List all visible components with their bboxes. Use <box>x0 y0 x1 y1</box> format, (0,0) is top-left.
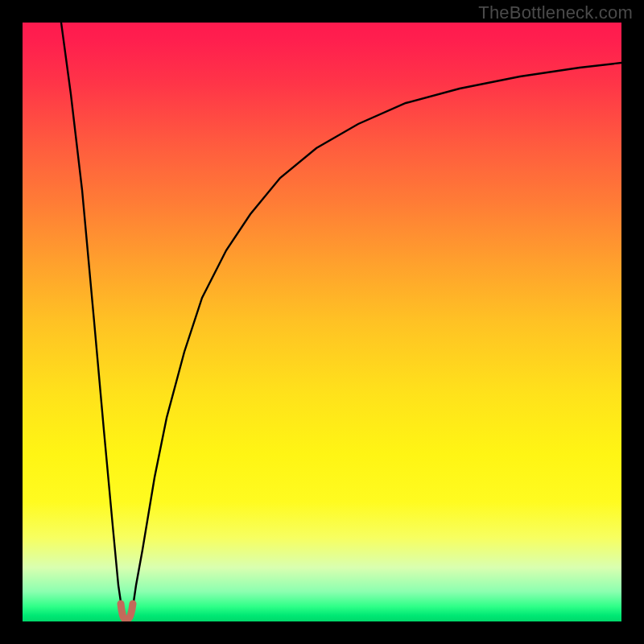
plot-area <box>23 23 621 621</box>
watermark-text: TheBottleneck.com <box>478 2 633 23</box>
chart-curves <box>23 23 621 621</box>
right-branch-curve <box>132 63 621 613</box>
left-branch-curve <box>61 23 122 613</box>
valley-marker <box>121 604 133 619</box>
chart-frame: TheBottleneck.com <box>0 0 644 644</box>
